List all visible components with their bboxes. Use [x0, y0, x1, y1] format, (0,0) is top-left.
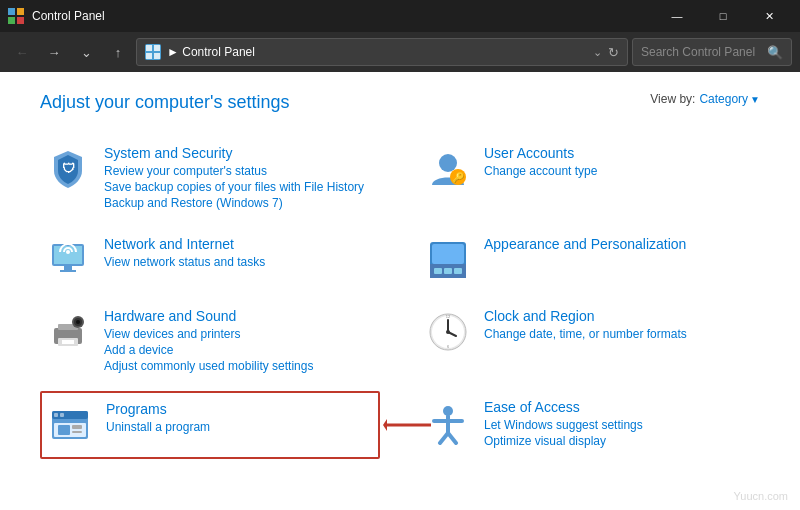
system-security-link-2[interactable]: Save backup copies of your files with Fi… — [104, 180, 376, 194]
ease-of-access-link-1[interactable]: Let Windows suggest settings — [484, 418, 756, 432]
category-network-internet: Network and Internet View network status… — [40, 228, 380, 292]
category-appearance: Appearance and Personalization — [420, 228, 760, 292]
programs-text: Programs Uninstall a program — [106, 401, 374, 436]
category-hardware-sound: Hardware and Sound View devices and prin… — [40, 300, 380, 383]
category-clock-region: 12 6 Clock and Region Change date, time,… — [420, 300, 760, 383]
clock-region-icon: 12 6 — [424, 308, 472, 356]
svg-rect-22 — [454, 268, 462, 274]
appearance-text: Appearance and Personalization — [484, 236, 756, 255]
svg-rect-4 — [146, 45, 152, 51]
category-ease-of-access: Ease of Access Let Windows suggest setti… — [420, 391, 760, 459]
recent-locations-button[interactable]: ⌄ — [72, 38, 100, 66]
svg-text:🔑: 🔑 — [452, 171, 465, 184]
svg-rect-15 — [60, 270, 76, 272]
search-icon: 🔍 — [767, 45, 783, 60]
ease-of-access-link-2[interactable]: Optimize visual display — [484, 434, 756, 448]
address-icon — [145, 44, 161, 60]
watermark: Yuucn.com — [734, 490, 788, 502]
maximize-button[interactable]: □ — [700, 0, 746, 32]
minimize-button[interactable]: — — [654, 0, 700, 32]
toolbar: ← → ⌄ ↑ ► Control Panel ⌄ ↻ Search Contr… — [0, 32, 800, 72]
viewby-dropdown[interactable]: Category ▼ — [699, 92, 760, 106]
svg-line-51 — [448, 433, 456, 443]
address-chevron: ⌄ — [593, 46, 602, 59]
svg-rect-7 — [154, 53, 160, 59]
programs-icon — [46, 401, 94, 449]
svg-rect-20 — [434, 268, 442, 274]
svg-rect-26 — [62, 340, 74, 344]
network-internet-icon — [44, 236, 92, 284]
svg-point-9 — [439, 154, 457, 172]
svg-rect-42 — [58, 425, 70, 435]
svg-point-29 — [76, 320, 80, 324]
hardware-sound-icon — [44, 308, 92, 356]
svg-rect-5 — [154, 45, 160, 51]
address-bar[interactable]: ► Control Panel ⌄ ↻ — [136, 38, 628, 66]
titlebar: Control Panel — □ ✕ — [0, 0, 800, 32]
system-security-icon: 🛡 — [44, 145, 92, 193]
svg-rect-3 — [17, 17, 24, 24]
highlight-arrow — [383, 413, 433, 437]
category-user-accounts: 🔑 User Accounts Change account type — [420, 137, 760, 220]
svg-rect-2 — [8, 17, 15, 24]
viewby-label: View by: — [650, 92, 695, 106]
search-placeholder: Search Control Panel — [641, 45, 761, 59]
category-programs: Programs Uninstall a program — [40, 391, 380, 459]
network-internet-link-1[interactable]: View network status and tasks — [104, 255, 376, 269]
system-security-link-1[interactable]: Review your computer's status — [104, 164, 376, 178]
user-accounts-name[interactable]: User Accounts — [484, 145, 756, 161]
network-internet-text: Network and Internet View network status… — [104, 236, 376, 271]
user-accounts-text: User Accounts Change account type — [484, 145, 756, 180]
network-internet-name[interactable]: Network and Internet — [104, 236, 376, 252]
svg-rect-0 — [8, 8, 15, 15]
hardware-sound-text: Hardware and Sound View devices and prin… — [104, 308, 376, 375]
forward-button[interactable]: → — [40, 38, 68, 66]
window-icon — [8, 8, 24, 24]
svg-rect-39 — [54, 413, 58, 417]
viewby-chevron-icon: ▼ — [750, 94, 760, 105]
system-security-text: System and Security Review your computer… — [104, 145, 376, 212]
svg-rect-21 — [444, 268, 452, 274]
svg-rect-18 — [432, 244, 464, 264]
view-by: View by: Category ▼ — [650, 92, 760, 106]
svg-rect-43 — [72, 425, 82, 429]
svg-rect-6 — [146, 53, 152, 59]
programs-name[interactable]: Programs — [106, 401, 374, 417]
refresh-icon[interactable]: ↻ — [608, 45, 619, 60]
clock-region-text: Clock and Region Change date, time, or n… — [484, 308, 756, 343]
back-button[interactable]: ← — [8, 38, 36, 66]
user-accounts-link-1[interactable]: Change account type — [484, 164, 756, 178]
hardware-sound-name[interactable]: Hardware and Sound — [104, 308, 376, 324]
titlebar-controls: — □ ✕ — [654, 0, 792, 32]
system-security-name[interactable]: System and Security — [104, 145, 376, 161]
content-area: Adjust your computer's settings View by:… — [0, 72, 800, 510]
programs-link-1[interactable]: Uninstall a program — [106, 420, 374, 434]
content-header: Adjust your computer's settings View by:… — [40, 92, 760, 113]
titlebar-title: Control Panel — [32, 9, 646, 23]
hardware-sound-link-3[interactable]: Adjust commonly used mobility settings — [104, 359, 376, 373]
svg-text:🛡: 🛡 — [62, 161, 75, 176]
system-security-link-3[interactable]: Backup and Restore (Windows 7) — [104, 196, 376, 210]
clock-region-link-1[interactable]: Change date, time, or number formats — [484, 327, 756, 341]
page-title: Adjust your computer's settings — [40, 92, 290, 113]
up-button[interactable]: ↑ — [104, 38, 132, 66]
svg-rect-1 — [17, 8, 24, 15]
close-button[interactable]: ✕ — [746, 0, 792, 32]
hardware-sound-link-2[interactable]: Add a device — [104, 343, 376, 357]
svg-marker-46 — [383, 419, 387, 431]
svg-rect-14 — [64, 266, 72, 270]
svg-rect-40 — [60, 413, 64, 417]
category-system-security: 🛡 System and Security Review your comput… — [40, 137, 380, 220]
hardware-sound-link-1[interactable]: View devices and printers — [104, 327, 376, 341]
search-bar[interactable]: Search Control Panel 🔍 — [632, 38, 792, 66]
window: Control Panel — □ ✕ ← → ⌄ ↑ ► Control Pa… — [0, 0, 800, 510]
svg-rect-44 — [72, 431, 82, 433]
user-accounts-icon: 🔑 — [424, 145, 472, 193]
svg-point-34 — [446, 330, 450, 334]
address-text: ► Control Panel — [167, 45, 587, 59]
clock-region-name[interactable]: Clock and Region — [484, 308, 756, 324]
categories-grid: 🛡 System and Security Review your comput… — [40, 137, 760, 459]
appearance-name[interactable]: Appearance and Personalization — [484, 236, 756, 252]
svg-point-16 — [66, 250, 70, 254]
ease-of-access-name[interactable]: Ease of Access — [484, 399, 756, 415]
